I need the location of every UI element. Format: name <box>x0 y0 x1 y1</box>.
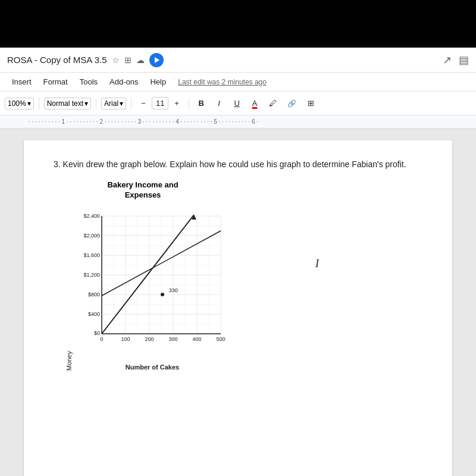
chart-title: Bakery Income and Expenses <box>65 180 220 201</box>
bold-button[interactable]: B <box>194 98 208 109</box>
svg-text:300: 300 <box>168 336 177 342</box>
menu-format[interactable]: Format <box>39 76 73 87</box>
font-dropdown-icon: ▾ <box>120 99 123 108</box>
chart-wrapper: Money <box>65 204 230 371</box>
menu-addons[interactable]: Add-ons <box>105 76 143 87</box>
svg-text:$2,400: $2,400 <box>83 213 100 219</box>
title-right-area: ↗ ▤ <box>443 54 469 67</box>
svg-text:$400: $400 <box>88 311 100 317</box>
text-cursor: I <box>315 257 319 270</box>
svg-text:330: 330 <box>169 287 178 293</box>
svg-line-39 <box>102 215 194 334</box>
font-select[interactable]: Arial ▾ <box>101 98 126 109</box>
menu-insert[interactable]: Insert <box>7 76 36 87</box>
highlight-button[interactable]: 🖊 <box>265 98 280 109</box>
document-title: ROSA - Copy of MSA 3.5 <box>7 55 107 65</box>
sidebar-icon[interactable]: ▤ <box>459 54 469 67</box>
svg-text:$2,000: $2,000 <box>83 233 100 239</box>
svg-text:$0: $0 <box>94 330 100 336</box>
italic-button[interactable]: I <box>212 98 226 109</box>
comment-button[interactable]: ⊞ <box>303 98 318 109</box>
google-docs-window: ROSA - Copy of MSA 3.5 ☆ ⊞ ☁ ↗ ▤ Insert … <box>0 48 476 476</box>
chart-svg: $2,400 $2,000 $1,600 $1,200 $800 $400 $0… <box>75 204 230 359</box>
last-edit-text: Last edit was 2 minutes ago <box>178 78 267 86</box>
menu-tools[interactable]: Tools <box>75 76 102 87</box>
document-page: 3. Kevin drew the graph below. Explain h… <box>24 140 452 476</box>
play-button[interactable] <box>149 53 164 67</box>
svg-text:$1,200: $1,200 <box>83 272 100 278</box>
svg-text:500: 500 <box>216 336 225 342</box>
font-size-decrease[interactable]: − <box>136 98 151 109</box>
trend-icon: ↗ <box>443 54 452 67</box>
ruler-content: · · · · · · · · · · 1 · · · · · · · · · … <box>29 118 258 125</box>
toolbar-divider-4 <box>189 98 189 109</box>
svg-text:$1,600: $1,600 <box>83 252 100 258</box>
ruler: · · · · · · · · · · 1 · · · · · · · · · … <box>0 115 476 129</box>
expand-icon[interactable]: ⊞ <box>124 55 131 65</box>
question-text: 3. Kevin drew the graph below. Explain h… <box>54 158 422 171</box>
font-size-controls: − 11 + <box>136 97 184 109</box>
style-dropdown-icon: ▾ <box>84 99 88 108</box>
menu-help[interactable]: Help <box>145 76 171 87</box>
chart-container: Bakery Income and Expenses Money <box>65 180 422 371</box>
cloud-icon[interactable]: ☁ <box>136 55 145 65</box>
link-button[interactable]: 🔗 <box>284 98 300 109</box>
svg-point-41 <box>161 293 164 296</box>
toolbar-divider-3 <box>131 98 131 109</box>
x-axis-label: Number of Cakes <box>75 364 230 371</box>
svg-text:$800: $800 <box>88 292 100 298</box>
document-area[interactable]: 3. Kevin drew the graph below. Explain h… <box>0 129 476 476</box>
star-icon[interactable]: ☆ <box>112 55 120 65</box>
zoom-select[interactable]: 100% ▾ <box>5 98 34 109</box>
y-axis-label: Money <box>65 351 73 371</box>
svg-text:200: 200 <box>145 336 154 342</box>
svg-text:0: 0 <box>100 336 103 342</box>
toolbar-divider-1 <box>39 98 39 109</box>
title-bar: ROSA - Copy of MSA 3.5 ☆ ⊞ ☁ ↗ ▤ <box>0 48 476 73</box>
style-select[interactable]: Normal text ▾ <box>44 98 91 109</box>
font-size-increase[interactable]: + <box>170 98 184 109</box>
zoom-dropdown-icon: ▾ <box>27 99 31 108</box>
font-color-button[interactable]: A <box>248 98 262 109</box>
font-size-value[interactable]: 11 <box>152 97 168 109</box>
toolbar-divider-2 <box>96 98 96 109</box>
chart-svg-container: $2,400 $2,000 $1,600 $1,200 $800 $400 $0… <box>75 204 230 361</box>
menu-bar: Insert Format Tools Add-ons Help Last ed… <box>0 73 476 92</box>
toolbar: 100% ▾ Normal text ▾ Arial ▾ − 11 + B I … <box>0 92 476 115</box>
svg-text:400: 400 <box>192 336 201 342</box>
svg-text:100: 100 <box>121 336 130 342</box>
underline-button[interactable]: U <box>230 98 244 109</box>
chart-area: $2,400 $2,000 $1,600 $1,200 $800 $400 $0… <box>75 204 230 371</box>
